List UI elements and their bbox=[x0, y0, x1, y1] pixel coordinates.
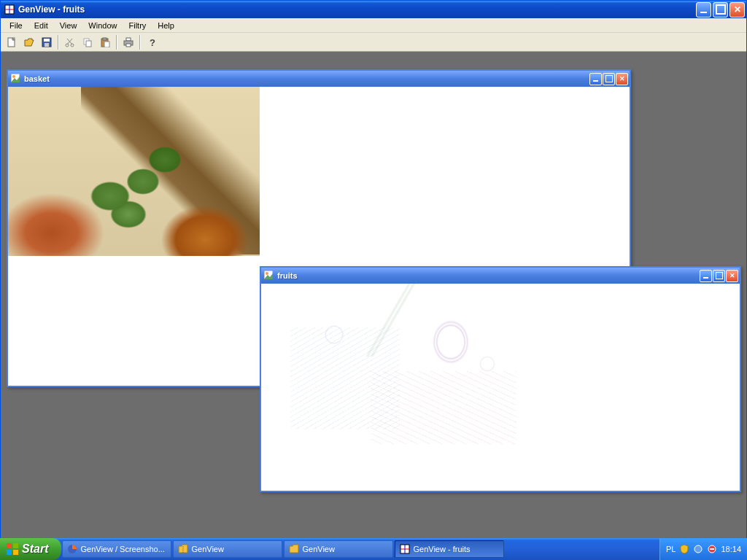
taskbar-button-active[interactable]: GenView - fruits bbox=[395, 540, 504, 558]
cut-icon[interactable] bbox=[62, 34, 78, 50]
child-title-fruits: fruits bbox=[277, 271, 700, 280]
task-label: GenView bbox=[302, 545, 334, 553]
system-tray[interactable]: PL 18:14 bbox=[659, 538, 747, 560]
svg-rect-14 bbox=[103, 38, 107, 40]
svg-rect-26 bbox=[7, 550, 12, 555]
menu-bar: File Edit View Window Filtry Help bbox=[1, 18, 746, 33]
clock[interactable]: 18:14 bbox=[721, 545, 741, 553]
child-title-basket: basket bbox=[24, 74, 589, 83]
firefox-icon bbox=[67, 544, 77, 554]
save-icon[interactable] bbox=[39, 34, 55, 50]
doc-icon bbox=[11, 74, 21, 84]
child-titlebar-fruits[interactable]: fruits bbox=[261, 268, 740, 284]
update-icon[interactable] bbox=[693, 544, 703, 554]
svg-rect-12 bbox=[86, 41, 91, 47]
copy-icon[interactable] bbox=[80, 34, 96, 50]
child-body-fruits bbox=[261, 284, 740, 491]
taskbar: Start GenView / Screensho... GenView Gen… bbox=[0, 538, 747, 560]
shield-icon[interactable] bbox=[679, 544, 689, 554]
main-window: GenView - fruits File Edit View Window F… bbox=[0, 0, 747, 560]
paste-icon[interactable] bbox=[97, 34, 113, 50]
taskbar-button[interactable]: GenView / Screensho... bbox=[62, 540, 171, 558]
security-icon[interactable] bbox=[707, 544, 717, 554]
child-titlebar-basket[interactable]: basket bbox=[8, 71, 630, 87]
task-label: GenView - fruits bbox=[413, 545, 470, 553]
toolbar: ? bbox=[1, 33, 746, 52]
menu-help[interactable]: Help bbox=[152, 20, 180, 31]
svg-rect-24 bbox=[7, 543, 12, 548]
print-icon[interactable] bbox=[120, 34, 136, 50]
folder-icon bbox=[289, 544, 299, 554]
start-button[interactable]: Start bbox=[0, 538, 61, 560]
svg-rect-5 bbox=[44, 39, 50, 42]
taskbar-button[interactable]: GenView bbox=[173, 540, 282, 558]
menu-view[interactable]: View bbox=[54, 20, 83, 31]
child-minimize-button[interactable] bbox=[589, 73, 602, 85]
task-label: GenView / Screensho... bbox=[80, 545, 164, 553]
menu-edit[interactable]: Edit bbox=[28, 20, 54, 31]
minimize-button[interactable] bbox=[696, 2, 711, 18]
close-button[interactable] bbox=[729, 2, 745, 18]
fruits-image bbox=[261, 284, 520, 456]
doc-icon bbox=[264, 271, 274, 281]
svg-rect-25 bbox=[13, 543, 18, 548]
menu-filtry[interactable]: Filtry bbox=[123, 20, 152, 31]
child-window-fruits[interactable]: fruits bbox=[260, 266, 741, 492]
svg-rect-6 bbox=[44, 43, 49, 47]
folder-zip-icon bbox=[178, 544, 188, 554]
menu-file[interactable]: File bbox=[4, 20, 28, 31]
svg-rect-15 bbox=[104, 42, 109, 47]
svg-rect-27 bbox=[13, 550, 18, 555]
toolbar-separator bbox=[139, 35, 141, 50]
svg-rect-16 bbox=[126, 38, 131, 41]
task-label: GenView bbox=[191, 545, 223, 553]
child-close-button[interactable] bbox=[616, 73, 628, 85]
svg-point-23 bbox=[266, 272, 268, 275]
app-icon bbox=[400, 544, 410, 554]
taskbar-button[interactable]: GenView bbox=[284, 540, 393, 558]
start-label: Start bbox=[22, 542, 48, 556]
child-maximize-button[interactable] bbox=[603, 73, 615, 85]
help-icon[interactable]: ? bbox=[144, 34, 160, 50]
basket-image bbox=[8, 87, 260, 256]
toolbar-separator bbox=[116, 35, 117, 50]
child-close-button[interactable] bbox=[726, 270, 738, 282]
child-maximize-button[interactable] bbox=[713, 270, 725, 282]
maximize-button[interactable] bbox=[713, 2, 728, 18]
menu-window[interactable]: Window bbox=[82, 20, 123, 31]
svg-point-21 bbox=[12, 75, 15, 78]
main-titlebar[interactable]: GenView - fruits bbox=[1, 1, 746, 18]
child-minimize-button[interactable] bbox=[700, 270, 712, 282]
svg-rect-18 bbox=[126, 44, 131, 47]
main-title: GenView - fruits bbox=[18, 4, 696, 15]
svg-point-33 bbox=[694, 545, 702, 553]
windows-logo-icon bbox=[6, 542, 19, 556]
svg-text:?: ? bbox=[150, 37, 155, 47]
toolbar-separator bbox=[58, 35, 59, 50]
mdi-workspace: basket fruits bbox=[1, 52, 746, 545]
new-icon[interactable] bbox=[4, 34, 20, 50]
lang-indicator[interactable]: PL bbox=[666, 545, 676, 553]
app-icon bbox=[4, 4, 15, 15]
open-icon[interactable] bbox=[21, 34, 37, 50]
